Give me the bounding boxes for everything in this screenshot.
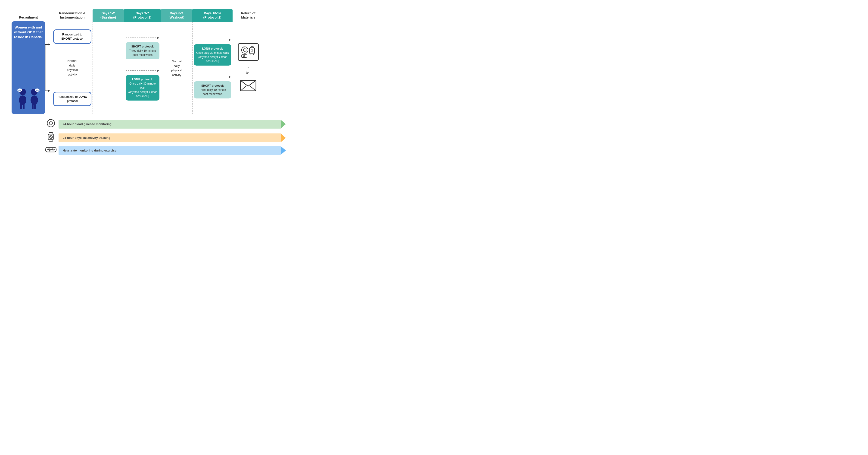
svg-point-24 [243, 49, 246, 51]
svg-point-8 [31, 95, 38, 105]
dashed-line-long [126, 70, 156, 71]
cgm-icon [45, 119, 57, 130]
rand-short-box: Randomized to SHORT protocol [53, 29, 91, 44]
svg-line-34 [241, 80, 248, 86]
protocol1-short-box: SHORT protocol:Three daily 10-minute pos… [126, 42, 159, 59]
header-row: Recruitment Randomization &Instrumentati… [11, 9, 287, 21]
randomization-cell: Randomized to SHORT protocol Normaldaily… [52, 21, 93, 114]
svg-marker-21 [49, 90, 50, 92]
hr-row: Heart rate monitoring during exercise [45, 146, 286, 155]
rand-long-box: Randomized to LONG protocol [53, 92, 91, 106]
svg-point-12 [37, 90, 38, 91]
protocol2-short-box: SHORT protocol:Three daily 10-minute pos… [194, 81, 231, 98]
header-randomization: Randomization &Instrumentation [52, 11, 93, 21]
cgm-bar: 24-hour blood glucose monitoring [59, 120, 286, 129]
arrow-long: ▶ [157, 68, 159, 72]
down-arrow: ↓ [247, 62, 250, 69]
activity-bar-label: 24-hour physical activity tracking [63, 136, 111, 139]
hr-bar-arrow [281, 146, 286, 155]
svg-rect-16 [32, 104, 34, 109]
arrow-short2: ▶ [229, 75, 231, 79]
hr-bar-label: Heart rate monitoring during exercise [63, 149, 116, 152]
vert-lines: ⫸ [246, 71, 251, 75]
header-recruitment: Recruitment [11, 15, 45, 21]
header-days37: Days 3-7(Protocol 1) [124, 9, 161, 21]
activity-row: 24-hour physical activity tracking [45, 132, 286, 144]
days12-cell [93, 21, 124, 114]
long-protocol1-row: ▶ [126, 68, 159, 72]
rand-content: Randomized to SHORT protocol Normaldaily… [52, 21, 93, 114]
cgm-row: 24-hour blood glucose monitoring [45, 119, 286, 130]
svg-point-13 [38, 90, 39, 91]
svg-rect-14 [20, 104, 22, 109]
dashed-line-long2 [194, 39, 228, 40]
arrow-long2: ▶ [229, 38, 231, 41]
svg-rect-15 [23, 104, 25, 109]
days89-cell: Normaldailyphysicalactivity [161, 21, 192, 114]
svg-point-39 [49, 122, 53, 125]
header-days12: Days 1-2(Baseline) [93, 9, 124, 21]
activity-bar: 24-hour physical activity tracking [59, 134, 286, 142]
bracket-cell [45, 21, 52, 114]
dashed-line-short2 [194, 77, 228, 77]
hr-bar: Heart rate monitoring during exercise [59, 146, 286, 155]
svg-rect-17 [34, 104, 36, 109]
svg-point-4 [18, 90, 19, 91]
long-proto2-row: ▶ [194, 38, 231, 41]
people-icons [14, 87, 42, 111]
cgm-bar-arrow [281, 120, 286, 129]
recruitment-cell: Women with and without GDM that reside i… [11, 21, 45, 114]
main-row: Women with and without GDM that reside i… [11, 21, 287, 114]
cgm-bar-label: 24-hour blood glucose monitoring [63, 122, 112, 126]
header-days1014: Days 10-14(Protocol 2) [192, 9, 232, 21]
short-proto2-row: ▶ [194, 75, 231, 79]
devices-svg [240, 45, 256, 59]
normal-activity-text: Normaldailyphysicalactivity [66, 57, 79, 79]
svg-line-36 [241, 86, 246, 91]
bracket-svg [45, 21, 52, 114]
days37-cell: ▶ SHORT protocol:Three daily 10-minute p… [124, 21, 161, 114]
hr-icon [45, 146, 57, 154]
svg-point-11 [36, 90, 37, 91]
return-content: ↓ ⫸ [237, 22, 260, 114]
washout-text: Normaldailyphysicalactivity [170, 57, 183, 79]
protocol2-long-box: LONG protocol:Once daily 30-minute walk(… [194, 44, 231, 65]
header-days89: Days 8-9(Washout) [161, 9, 192, 21]
svg-line-37 [250, 86, 256, 91]
short-protocol1-row: ▶ [126, 36, 159, 39]
hr-svg [45, 146, 57, 153]
cgm-svg [46, 119, 56, 128]
device-box [238, 43, 259, 61]
monitoring-area: 24-hour blood glucose monitoring [11, 119, 287, 155]
svg-point-5 [19, 90, 20, 91]
dashed-line-short [126, 37, 156, 38]
svg-rect-31 [241, 55, 247, 57]
watch-svg [47, 132, 55, 142]
page: Recruitment Randomization &Instrumentati… [5, 5, 289, 160]
activity-bar-arrow [281, 134, 286, 142]
watch-icon [45, 132, 57, 144]
recruitment-box: Women with and without GDM that reside i… [11, 21, 45, 114]
return-cell: ↓ ⫸ [232, 21, 264, 114]
svg-line-35 [248, 80, 256, 86]
people-svg [14, 87, 42, 111]
envelope-svg [240, 78, 257, 92]
svg-point-6 [20, 90, 21, 91]
recruitment-text: Women with and without GDM that reside i… [13, 25, 43, 39]
arrow-short: ▶ [157, 36, 159, 39]
days1014-cell: ▶ LONG protocol:Once daily 30-minute wal… [192, 21, 232, 114]
envelope-icon [238, 77, 259, 93]
svg-point-1 [19, 95, 26, 105]
svg-marker-19 [49, 44, 50, 46]
protocol1-long-box: LONG protocol:Once daily 30-minute walk(… [126, 75, 159, 101]
header-return: Return ofMaterials [232, 11, 264, 21]
diagram: Recruitment Randomization &Instrumentati… [11, 9, 287, 155]
